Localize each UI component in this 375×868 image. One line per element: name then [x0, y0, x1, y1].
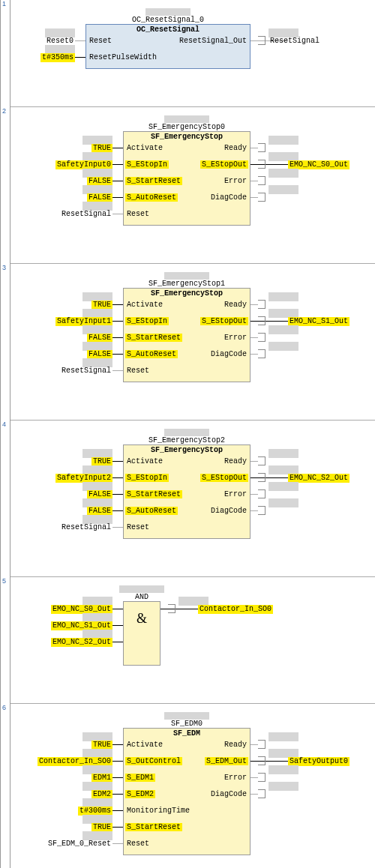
input-value[interactable]: EMO_NC_S2_Out — [51, 638, 112, 647]
output-bracket-icon — [258, 36, 266, 45]
block-instance-name[interactable]: SF_EmergencyStop1 — [148, 280, 225, 288]
wire — [250, 477, 288, 478]
output-value[interactable]: ResetSignal — [268, 37, 321, 46]
output-value-placeholder: . — [268, 782, 298, 791]
wire — [250, 461, 258, 462]
wire — [250, 337, 258, 338]
function-block[interactable]: OC_ResetSignal_0OC_ResetSignalResetReset… — [86, 24, 250, 69]
input-port-label: S_AutoReset — [125, 193, 178, 202]
wire — [112, 304, 123, 305]
wire — [112, 642, 123, 642]
input-port-label: Reset — [125, 523, 151, 531]
network-number[interactable]: 5 — [2, 577, 6, 585]
block-title-placeholder — [164, 115, 209, 123]
wire — [250, 777, 258, 778]
wire — [112, 197, 123, 198]
block-instance-name[interactable]: SF_EmergencyStop0 — [148, 123, 225, 131]
function-block[interactable]: SF_EmergencyStop1SF_EmergencyStopActivat… — [123, 288, 250, 382]
input-port-label: MonitoringTime — [125, 807, 191, 815]
output-value[interactable]: Contactor_In_SO0 — [198, 605, 273, 614]
input-port-label: Reset — [125, 367, 151, 375]
input-port-label: Reset — [125, 210, 151, 218]
input-port-label: Reset — [125, 840, 151, 848]
output-value-placeholder: . — [268, 185, 298, 194]
block-title-placeholder — [164, 712, 209, 720]
wire — [250, 181, 258, 181]
wire — [75, 57, 86, 58]
input-port-label: Activate — [125, 457, 164, 465]
input-port-label: S_AutoReset — [125, 507, 178, 515]
input-port-label: S_EDM1 — [125, 774, 155, 782]
input-value[interactable]: ResetSignal — [60, 523, 112, 532]
output-bracket-icon — [258, 143, 266, 152]
wire — [160, 609, 198, 609]
output-bracket-icon — [258, 473, 266, 482]
wire — [112, 461, 123, 462]
network-1: .Reset0.t#350ms.ResetSignalOC_ResetSigna… — [10, 0, 375, 106]
block-type-name: SF_EmergencyStop — [124, 289, 250, 300]
wire — [112, 843, 123, 844]
output-port-label: S_EStopOut — [200, 160, 248, 169]
function-block[interactable]: SF_EmergencyStop0SF_EmergencyStopActivat… — [123, 131, 250, 226]
network-number[interactable]: 4 — [2, 421, 6, 428]
output-port-label: DiagCode — [209, 790, 248, 798]
output-port-label: Error — [223, 490, 248, 498]
input-value[interactable]: t#350ms — [40, 53, 75, 62]
output-port-label: Error — [223, 774, 248, 782]
input-port-label: S_EStopIn — [125, 317, 169, 325]
block-title-placeholder — [119, 585, 164, 593]
output-port-label: S_EStopOut — [200, 474, 248, 482]
output-value-placeholder: . — [268, 169, 298, 178]
output-bracket-icon — [258, 456, 266, 465]
input-value[interactable]: ResetSignal — [60, 367, 112, 376]
output-port-label: Ready — [223, 144, 248, 152]
network-5: .EMO_NC_S0_Out.EMO_NC_S1_Out.EMO_NC_S2_O… — [10, 577, 375, 703]
wire — [112, 810, 123, 811]
network-number[interactable]: 1 — [2, 0, 6, 7]
output-bracket-icon — [258, 193, 266, 202]
wire — [112, 164, 123, 165]
output-port-label: S_EStopOut — [200, 317, 248, 325]
output-value-placeholder: . — [268, 136, 298, 145]
wire — [112, 527, 123, 528]
wire — [250, 761, 288, 762]
network-number[interactable]: 3 — [2, 264, 6, 271]
wire — [112, 827, 123, 828]
wire — [112, 494, 123, 495]
function-block[interactable]: AND& — [123, 601, 160, 666]
output-bracket-icon — [258, 773, 266, 782]
output-bracket-icon — [258, 756, 266, 765]
output-port-label: DiagCode — [209, 350, 248, 358]
output-port-label: DiagCode — [209, 507, 248, 515]
input-port-label: ResetPulseWidth — [88, 53, 158, 61]
block-instance-name[interactable]: AND — [135, 593, 148, 601]
output-value-placeholder: . — [268, 449, 298, 458]
input-port-label: S_EStopIn — [125, 474, 169, 482]
output-port-label: Ready — [223, 301, 248, 309]
block-instance-name[interactable]: SF_EDM0 — [171, 720, 202, 728]
wire — [250, 321, 288, 322]
output-bracket-icon — [258, 349, 266, 358]
network-number[interactable]: 2 — [2, 107, 6, 115]
block-type-name: SF_EmergencyStop — [124, 445, 250, 456]
block-instance-name[interactable]: OC_ResetSignal_0 — [132, 16, 204, 24]
network-number[interactable]: 6 — [2, 704, 6, 711]
wire — [112, 744, 123, 745]
input-value[interactable]: SF_EDM_0_Reset — [46, 840, 112, 849]
output-value-placeholder: . — [268, 498, 298, 507]
output-bracket-icon — [168, 604, 176, 613]
wire — [250, 510, 258, 511]
block-instance-name[interactable]: SF_EmergencyStop2 — [148, 436, 225, 444]
input-value[interactable]: ResetSignal — [60, 210, 112, 219]
wire — [250, 304, 258, 305]
function-block[interactable]: SF_EmergencyStop2SF_EmergencyStopActivat… — [123, 444, 250, 539]
wire — [250, 197, 258, 198]
block-type-name: OC_ResetSignal — [86, 25, 250, 36]
wire — [250, 164, 288, 165]
function-block[interactable]: SF_EDM0SF_EDMActivateS_OutControlS_EDM1S… — [123, 728, 250, 855]
output-bracket-icon — [258, 789, 266, 798]
wire — [250, 494, 258, 495]
output-port-label: ResetSignal_Out — [178, 37, 248, 45]
wire — [112, 148, 123, 148]
block-title-placeholder — [164, 272, 209, 280]
